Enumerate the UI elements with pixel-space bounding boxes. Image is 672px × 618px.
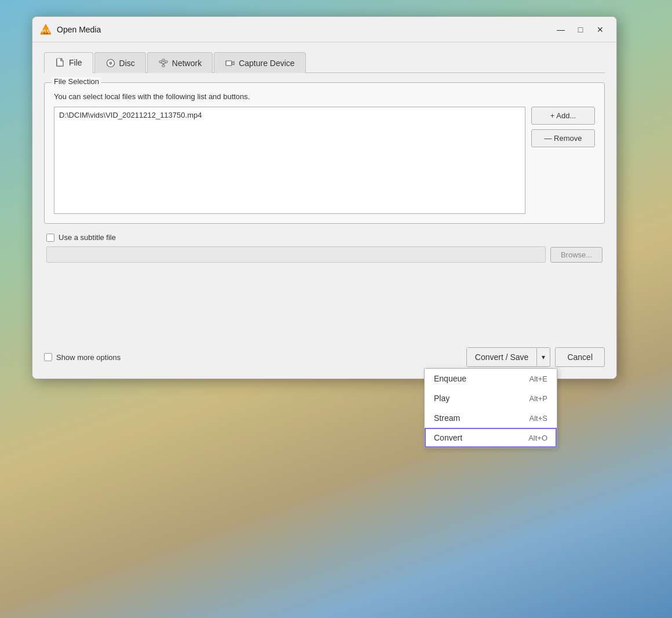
dropdown-enqueue[interactable]: Enqueue Alt+E (425, 369, 557, 388)
dropdown-play-shortcut: Alt+P (529, 394, 547, 403)
close-button[interactable]: ✕ (591, 21, 609, 38)
spacer (44, 263, 605, 338)
svg-line-14 (163, 63, 166, 64)
browse-button: Browse... (550, 247, 602, 263)
svg-marker-17 (232, 61, 234, 65)
minimize-button[interactable]: — (552, 21, 570, 38)
file-selection-desc: You can select local files with the foll… (54, 92, 595, 101)
network-icon (158, 58, 169, 68)
dropdown-play[interactable]: Play Alt+P (425, 388, 557, 408)
bottom-right-actions: Convert / Save ▾ Cancel Enqueue Alt+E Pl… (466, 347, 605, 367)
dialog-body: File Disc (32, 42, 616, 379)
tab-network-label: Network (172, 59, 202, 68)
subtitle-checkbox-label[interactable]: Use a subtitle file (46, 233, 602, 242)
svg-rect-10 (165, 61, 167, 63)
dropdown-stream-shortcut: Alt+S (529, 414, 547, 423)
subtitle-section: Use a subtitle file Browse... (44, 233, 605, 263)
dialog-content: File Selection You can select local file… (44, 82, 605, 338)
file-list-input[interactable] (54, 107, 525, 214)
file-action-buttons: + Add... — Remove (531, 107, 595, 147)
show-more-text: Show more options (56, 353, 120, 362)
maximize-button[interactable]: □ (571, 21, 590, 38)
dropdown-menu: Enqueue Alt+E Play Alt+P Stream Alt+S Co… (424, 368, 557, 448)
file-selection-label: File Selection (52, 77, 101, 86)
dropdown-stream-label: Stream (434, 413, 460, 423)
subtitle-input-row: Browse... (46, 246, 602, 263)
remove-button[interactable]: — Remove (531, 129, 595, 147)
tab-network[interactable]: Network (147, 52, 213, 73)
file-icon (55, 57, 65, 68)
convert-save-dropdown-arrow[interactable]: ▾ (536, 348, 550, 366)
titlebar: VLC Open Media — □ ✕ (32, 17, 616, 42)
convert-save-main-button[interactable]: Convert / Save (467, 348, 537, 366)
tabs-container: File Disc (44, 52, 605, 73)
dropdown-play-label: Play (434, 394, 450, 403)
svg-rect-11 (162, 65, 165, 67)
file-list-row: + Add... — Remove (54, 107, 595, 214)
open-media-window: VLC Open Media — □ ✕ File (32, 16, 617, 379)
subtitle-checkbox-text: Use a subtitle file (59, 233, 116, 242)
file-selection-group: File Selection You can select local file… (44, 82, 605, 224)
subtitle-path-input[interactable] (46, 246, 546, 263)
convert-save-split-button: Convert / Save ▾ (466, 347, 551, 367)
dropdown-enqueue-label: Enqueue (434, 374, 466, 383)
svg-rect-8 (159, 61, 162, 63)
show-more-label[interactable]: Show more options (44, 353, 120, 362)
cancel-button[interactable]: Cancel (555, 347, 605, 367)
svg-point-7 (110, 63, 111, 64)
tab-file[interactable]: File (44, 52, 93, 73)
dropdown-enqueue-shortcut: Alt+E (529, 375, 547, 383)
dropdown-convert[interactable]: Convert Alt+O (425, 428, 557, 448)
tab-disc[interactable]: Disc (94, 52, 146, 73)
tab-capture[interactable]: Capture Device (214, 52, 306, 73)
svg-rect-2 (43, 33, 49, 34)
svg-line-13 (160, 63, 163, 64)
svg-text:VLC: VLC (42, 29, 50, 33)
bottom-bar: Show more options Convert / Save ▾ Cance… (44, 338, 605, 367)
window-title: Open Media (57, 25, 552, 34)
add-button[interactable]: + Add... (531, 107, 595, 125)
disc-icon (105, 58, 116, 68)
dropdown-stream[interactable]: Stream Alt+S (425, 408, 557, 428)
dropdown-convert-shortcut: Alt+O (528, 434, 547, 442)
tab-disc-label: Disc (119, 59, 135, 68)
vlc-icon: VLC (39, 23, 52, 36)
svg-rect-16 (226, 61, 232, 66)
tab-capture-label: Capture Device (239, 59, 295, 68)
tab-file-label: File (69, 58, 82, 67)
dropdown-convert-label: Convert (434, 433, 462, 442)
subtitle-checkbox[interactable] (46, 234, 54, 242)
titlebar-controls: — □ ✕ (552, 21, 609, 38)
capture-icon (225, 58, 235, 68)
show-more-checkbox[interactable] (44, 353, 52, 361)
svg-rect-9 (162, 59, 165, 61)
